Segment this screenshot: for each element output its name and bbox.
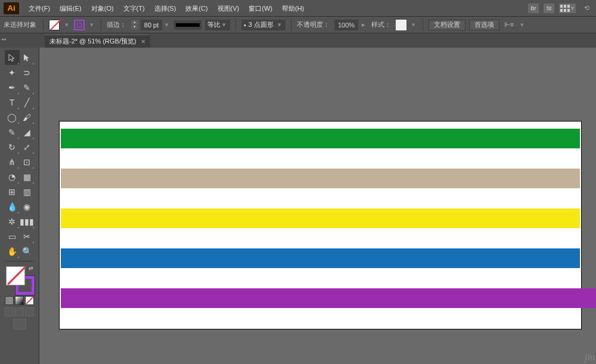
fill-swatch[interactable]	[49, 20, 60, 30]
mesh-tool[interactable]: ⊞	[5, 184, 20, 199]
opacity-input[interactable]: 100%	[334, 20, 358, 30]
sync-icon[interactable]: ⟲	[581, 4, 592, 13]
stripe-tan[interactable]	[61, 169, 580, 188]
app-logo: Ai	[4, 2, 19, 14]
zoom-tool[interactable]: 🔍	[20, 244, 35, 259]
eyedropper-tool[interactable]: 💧	[5, 199, 20, 214]
color-mode-gradient[interactable]	[15, 296, 24, 305]
pen-tool[interactable]: ✒	[5, 80, 20, 95]
svg-rect-2	[567, 5, 570, 8]
symbol-sprayer-tool[interactable]: ✲	[5, 214, 20, 229]
style-swatch[interactable]	[396, 20, 406, 30]
stroke-profile[interactable]	[174, 20, 201, 30]
svg-rect-5	[567, 9, 570, 12]
svg-rect-1	[564, 5, 566, 8]
graph-tool[interactable]: ▮▮▮	[20, 214, 35, 229]
style-label: 样式：	[371, 20, 391, 29]
menu-help[interactable]: 帮助(H)	[277, 0, 309, 17]
panel-handle-icon[interactable]: ◂◂	[1, 37, 6, 42]
workspace: ✦ ⊃ ✒ ✎ T ╱ ◯ 🖌 ✎ ◢ ↻ ⤢ ⋔ ⊡ ◔ ▦	[0, 48, 596, 364]
color-mode-solid[interactable]	[5, 296, 14, 305]
fill-box[interactable]	[6, 266, 25, 285]
curvature-tool[interactable]: ✎	[20, 80, 35, 95]
stroke-size-dropdown-icon[interactable]: ▾	[163, 21, 170, 29]
doc-setup-button[interactable]: 文档设置	[429, 20, 465, 30]
align-dropdown-icon[interactable]: ▾	[519, 21, 526, 29]
artboard	[60, 122, 581, 329]
scale-tool[interactable]: ⤢	[20, 139, 35, 154]
document-tab[interactable]: 未标题-2* @ 51% (RGB/预览) ×	[45, 35, 150, 48]
close-tab-icon[interactable]: ×	[141, 38, 145, 46]
menu-window[interactable]: 窗口(W)	[244, 0, 277, 17]
stroke-swatch[interactable]	[74, 20, 85, 30]
menu-edit[interactable]: 编辑(E)	[55, 0, 86, 17]
menu-type[interactable]: 文字(T)	[119, 0, 150, 17]
fill-dropdown-icon[interactable]: ▾	[63, 21, 70, 29]
style-dropdown-icon[interactable]: ▾	[410, 21, 417, 29]
canvas-area[interactable]: jin	[39, 48, 596, 364]
opacity-arrow-icon[interactable]: ▸	[362, 21, 368, 29]
stripe-blue[interactable]	[61, 248, 580, 268]
draw-normal[interactable]	[5, 307, 14, 316]
lasso-tool[interactable]: ⊃	[20, 65, 35, 80]
watermark: jin	[585, 352, 595, 363]
brush-select[interactable]: •3 点圆形▾	[241, 20, 285, 30]
tools-panel: ✦ ⊃ ✒ ✎ T ╱ ◯ 🖌 ✎ ◢ ↻ ⤢ ⋔ ⊡ ◔ ▦	[0, 48, 39, 364]
profile-select[interactable]: 等比 ▾	[205, 20, 230, 30]
prefs-button[interactable]: 首选项	[469, 20, 499, 30]
artboard-tool[interactable]: ▭	[5, 229, 20, 244]
color-mode-none[interactable]	[25, 296, 34, 305]
eraser-tool[interactable]: ◢	[20, 125, 35, 139]
paintbrush-tool[interactable]: 🖌	[20, 110, 35, 125]
stripe-yellow[interactable]	[61, 209, 580, 228]
screen-mode-button[interactable]	[13, 319, 26, 329]
draw-behind[interactable]	[15, 307, 24, 316]
fill-stroke-indicator[interactable]: ⇄	[5, 265, 35, 295]
selection-label: 未选择对象	[4, 20, 36, 29]
menu-select[interactable]: 选择(S)	[150, 0, 181, 17]
gradient-tool[interactable]: ▥	[20, 184, 35, 199]
tab-title: 未标题-2* @ 51% (RGB/预览)	[49, 37, 136, 46]
blend-tool[interactable]: ◉	[20, 199, 35, 214]
draw-inside[interactable]	[25, 307, 34, 316]
hand-tool[interactable]: ✋	[5, 244, 20, 259]
tab-bar: 未标题-2* @ 51% (RGB/预览) ×	[0, 33, 596, 48]
svg-rect-0	[560, 5, 563, 8]
stripe-purple[interactable]	[61, 288, 596, 308]
svg-rect-4	[564, 9, 566, 12]
bridge-icon[interactable]: Br	[528, 4, 539, 13]
menu-effect[interactable]: 效果(C)	[181, 0, 212, 17]
arrange-docs-icon[interactable]: ▾	[559, 4, 576, 13]
control-bar: 未选择对象 ▾ ▾ 描边： ▴▾ 80 pt ▾ 等比 ▾ •3 点圆形▾ 不透…	[0, 17, 596, 33]
stroke-size-input[interactable]: 80 pt	[141, 20, 162, 30]
magic-wand-tool[interactable]: ✦	[5, 65, 20, 80]
swap-fill-stroke-icon[interactable]: ⇄	[29, 265, 33, 271]
stock-icon[interactable]: St	[544, 4, 554, 13]
stroke-dropdown-icon[interactable]: ▾	[88, 21, 95, 29]
stroke-label: 描边：	[107, 20, 126, 29]
type-tool[interactable]: T	[5, 95, 20, 110]
shape-builder-tool[interactable]: ◔	[5, 169, 20, 184]
menu-file[interactable]: 文件(F)	[24, 0, 55, 17]
rectangle-tool[interactable]: ◯	[5, 110, 20, 125]
selection-tool[interactable]	[5, 50, 20, 65]
stripe-green[interactable]	[61, 129, 580, 148]
menu-object[interactable]: 对象(O)	[86, 0, 119, 17]
perspective-tool[interactable]: ▦	[20, 169, 35, 184]
free-transform-tool[interactable]: ⊡	[20, 154, 35, 169]
stroke-stepper[interactable]: ▴▾	[131, 19, 139, 31]
rotate-tool[interactable]: ↻	[5, 139, 20, 154]
width-tool[interactable]: ⋔	[5, 154, 20, 169]
menu-view[interactable]: 视图(V)	[213, 0, 244, 17]
opacity-label: 不透明度：	[297, 20, 330, 29]
direct-selection-tool[interactable]	[20, 50, 35, 65]
slice-tool[interactable]: ✂	[20, 229, 35, 244]
pencil-tool[interactable]: ✎	[5, 125, 20, 139]
align-panel-icon[interactable]: ⊩≡	[503, 20, 515, 30]
menu-bar: Ai 文件(F) 编辑(E) 对象(O) 文字(T) 选择(S) 效果(C) 视…	[0, 0, 596, 17]
svg-rect-3	[560, 9, 563, 12]
line-tool[interactable]: ╱	[20, 95, 35, 110]
